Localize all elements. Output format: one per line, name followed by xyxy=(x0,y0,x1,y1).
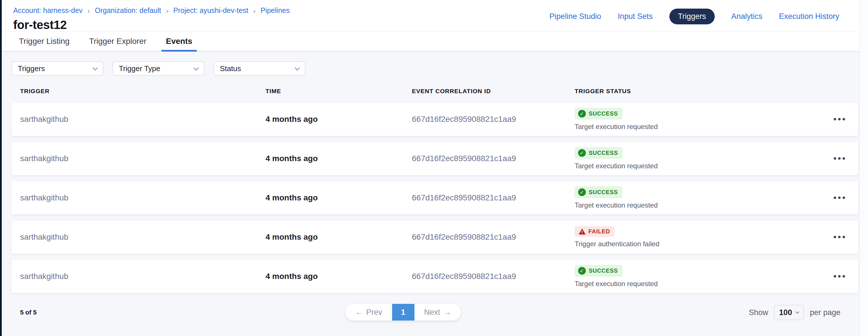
column-header-trigger-status: TRIGGER STATUS xyxy=(575,88,812,95)
status-detail: Target execution requested xyxy=(575,280,658,288)
status-badge: ✓ SUCCESS xyxy=(575,265,623,277)
tab-trigger-listing[interactable]: Trigger Listing xyxy=(16,32,73,51)
next-page-button[interactable]: Next → xyxy=(414,304,461,321)
status-badge: FAILED xyxy=(575,226,615,237)
pagination-bar: 5 of 5 ← Prev 1 Next → Show 100 per page xyxy=(11,304,858,321)
row-options-menu-icon[interactable]: ••• xyxy=(833,272,847,281)
trigger-status-cell: ✓ SUCCESS Target execution requested xyxy=(575,186,812,209)
chevron-down-icon xyxy=(92,65,98,70)
event-correlation-id: 667d16f2ec895908821c1aa9 xyxy=(412,272,575,281)
check-circle-icon: ✓ xyxy=(578,149,586,157)
breadcrumb: Account: harness-dev › Organization: def… xyxy=(13,6,290,14)
status-filter-label: Status xyxy=(220,64,241,73)
chevron-right-icon: › xyxy=(88,7,90,14)
check-circle-icon: ✓ xyxy=(578,110,586,117)
nav-triggers-active[interactable]: Triggers xyxy=(670,9,715,24)
event-time: 4 months ago xyxy=(266,233,412,242)
trigger-type-filter-select[interactable]: Trigger Type xyxy=(113,61,205,76)
header-left: Account: harness-dev › Organization: def… xyxy=(13,6,290,32)
pipeline-nav: Pipeline Studio Input Sets Triggers Anal… xyxy=(549,9,839,24)
arrow-left-icon: ← xyxy=(355,308,363,317)
row-options-menu-icon[interactable]: ••• xyxy=(833,154,847,163)
chevron-down-icon xyxy=(294,65,300,70)
chevron-right-icon: › xyxy=(253,7,256,14)
column-header-trigger: TRIGGER xyxy=(20,88,266,95)
nav-analytics[interactable]: Analytics xyxy=(732,12,763,21)
trigger-type-filter-label: Trigger Type xyxy=(119,64,160,73)
event-correlation-id: 667d16f2ec895908821c1aa9 xyxy=(412,154,575,163)
trigger-name: sarthakgithub xyxy=(20,193,266,202)
row-options-menu-icon[interactable]: ••• xyxy=(833,194,847,202)
prev-page-button[interactable]: ← Prev xyxy=(345,304,392,321)
table-row[interactable]: sarthakgithub 4 months ago 667d16f2ec895… xyxy=(11,260,858,293)
status-badge: ✓ SUCCESS xyxy=(575,108,623,120)
breadcrumb-organization[interactable]: Organization: default xyxy=(95,6,161,14)
event-time: 4 months ago xyxy=(266,193,412,202)
trigger-name: sarthakgithub xyxy=(20,154,266,163)
collapsed-sidebar-edge xyxy=(0,0,2,336)
nav-execution-history[interactable]: Execution History xyxy=(779,12,839,21)
status-detail: Target execution requested xyxy=(575,201,658,209)
chevron-right-icon: › xyxy=(166,7,168,14)
filter-row: Triggers Trigger Type Status xyxy=(11,61,858,76)
status-badge: ✓ SUCCESS xyxy=(575,147,623,159)
nav-pipeline-studio[interactable]: Pipeline Studio xyxy=(549,12,601,21)
warning-triangle-icon xyxy=(579,229,586,235)
breadcrumb-pipelines[interactable]: Pipelines xyxy=(260,6,290,14)
table-row[interactable]: sarthakgithub 4 months ago 667d16f2ec895… xyxy=(11,221,858,254)
breadcrumb-project[interactable]: Project: ayushi-dev-test xyxy=(174,6,248,14)
chevron-down-icon xyxy=(193,65,198,70)
events-content: Triggers Trigger Type Status TRIGGER TIM… xyxy=(0,52,868,321)
trigger-name: sarthakgithub xyxy=(20,115,266,124)
status-detail: Target execution requested xyxy=(575,162,658,170)
table-row[interactable]: sarthakgithub 4 months ago 667d16f2ec895… xyxy=(11,181,858,214)
show-label: Show xyxy=(749,308,768,317)
tab-trigger-explorer[interactable]: Trigger Explorer xyxy=(86,32,150,51)
nav-input-sets[interactable]: Input Sets xyxy=(618,12,653,21)
row-options-menu-icon[interactable]: ••• xyxy=(833,233,847,241)
column-header-event-correlation-id: EVENT CORRELATION ID xyxy=(412,88,575,95)
status-detail: Trigger authentication failed xyxy=(575,240,659,248)
events-table: sarthakgithub 4 months ago 667d16f2ec895… xyxy=(11,103,858,293)
trigger-status-cell: ✓ SUCCESS Target execution requested xyxy=(575,147,812,170)
table-row[interactable]: sarthakgithub 4 months ago 667d16f2ec895… xyxy=(11,142,858,175)
check-circle-icon: ✓ xyxy=(578,188,586,196)
page-size-control: Show 100 per page xyxy=(749,305,840,320)
breadcrumb-account[interactable]: Account: harness-dev xyxy=(13,6,83,14)
page-size-select[interactable]: 100 xyxy=(774,305,804,320)
trigger-status-cell: ✓ SUCCESS Target execution requested xyxy=(575,265,812,288)
chevron-down-icon xyxy=(795,310,799,314)
status-badge: ✓ SUCCESS xyxy=(575,186,623,198)
table-row[interactable]: sarthakgithub 4 months ago 667d16f2ec895… xyxy=(11,103,858,136)
page-header: Account: harness-dev › Organization: def… xyxy=(0,0,868,32)
event-time: 4 months ago xyxy=(266,115,412,124)
trigger-status-cell: FAILED Trigger authentication failed xyxy=(575,226,812,248)
tab-bar: Trigger Listing Trigger Explorer Events xyxy=(0,32,868,52)
trigger-name: sarthakgithub xyxy=(20,272,266,281)
trigger-name: sarthakgithub xyxy=(20,233,266,242)
event-correlation-id: 667d16f2ec895908821c1aa9 xyxy=(412,115,575,124)
check-circle-icon: ✓ xyxy=(578,267,586,275)
status-filter-select[interactable]: Status xyxy=(214,61,305,76)
triggers-filter-label: Triggers xyxy=(18,64,45,73)
event-correlation-id: 667d16f2ec895908821c1aa9 xyxy=(412,233,575,242)
table-header: TRIGGER TIME EVENT CORRELATION ID TRIGGE… xyxy=(11,88,858,95)
current-page-button[interactable]: 1 xyxy=(392,304,414,321)
trigger-status-cell: ✓ SUCCESS Target execution requested xyxy=(575,108,812,131)
results-summary: 5 of 5 xyxy=(20,309,36,316)
column-header-time: TIME xyxy=(266,88,412,95)
tab-events[interactable]: Events xyxy=(162,32,196,51)
pager: ← Prev 1 Next → xyxy=(345,304,461,321)
event-correlation-id: 667d16f2ec895908821c1aa9 xyxy=(412,193,575,202)
event-time: 4 months ago xyxy=(266,272,412,281)
triggers-filter-select[interactable]: Triggers xyxy=(11,61,103,76)
scrollbar-gutter[interactable] xyxy=(859,0,868,336)
per-page-label: per page xyxy=(810,308,840,317)
status-detail: Target execution requested xyxy=(575,123,658,131)
arrow-right-icon: → xyxy=(443,308,451,317)
row-options-menu-icon[interactable]: ••• xyxy=(833,115,847,124)
page-title: for-test12 xyxy=(13,18,290,32)
event-time: 4 months ago xyxy=(266,154,412,163)
